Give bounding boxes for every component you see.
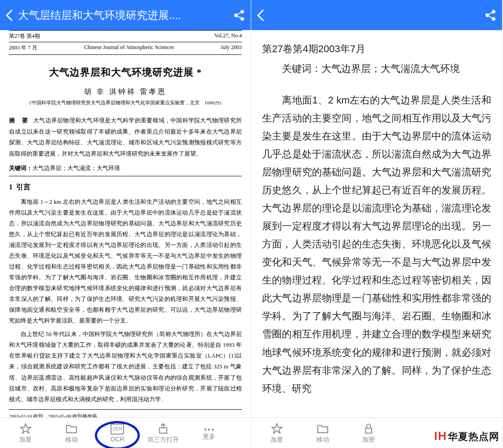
svg-line-4 bbox=[237, 16, 241, 18]
text-keywords: 关键词：大气边界层；大气湍流大气环境 bbox=[262, 60, 491, 78]
paper-footnotes: 2003-02-10 收到，2003-05-08 收到修改稿 * 国家自然科学基… bbox=[9, 409, 242, 417]
svg-line-15 bbox=[488, 16, 493, 18]
paper-date: 2003 年 7 月 bbox=[9, 44, 37, 52]
ocr-button[interactable]: OCR OCR bbox=[94, 424, 140, 443]
section-heading: 1 引言 bbox=[9, 183, 242, 192]
paper-authors: 胡 非 洪钟祥 雷孝恩 bbox=[9, 87, 242, 97]
svg-line-3 bbox=[237, 12, 241, 15]
move-button[interactable]: 移动 bbox=[300, 422, 346, 444]
lock-button[interactable]: 加密 bbox=[346, 422, 392, 444]
watermark: IH华夏热点网 bbox=[434, 429, 499, 444]
share-icon[interactable] bbox=[484, 9, 497, 22]
back-icon[interactable] bbox=[5, 9, 13, 22]
back-icon[interactable] bbox=[257, 9, 265, 22]
abstract-label: 摘 要 bbox=[9, 117, 31, 124]
svg-marker-16 bbox=[272, 424, 282, 433]
svg-line-14 bbox=[488, 12, 493, 15]
paper-affiliation: （中国科学院大气物理研究所大气边界层物理和大气化学国家重点实验室，北京 1000… bbox=[9, 99, 242, 106]
paper-journal: Chinese Journal of Atmospheric Sciences bbox=[84, 44, 174, 52]
more-label: 更多 bbox=[203, 433, 215, 441]
header-bar: 大气层结层和大气环境研究进展.... bbox=[0, 0, 251, 30]
bottom-toolbar: 加星 移动 OCR OCR 第三方打开 更多 bbox=[0, 417, 251, 448]
svg-point-10 bbox=[212, 428, 214, 430]
body-paragraph-1: 离地面 1～2 km 左右的大气边界层是人类生活和生产活动的主要空间，地气之间相… bbox=[9, 197, 242, 327]
paper-date-r: July 2003 bbox=[221, 44, 242, 52]
open-with-button[interactable]: 第三方打开 bbox=[140, 422, 186, 444]
svg-rect-17 bbox=[365, 428, 372, 433]
header-bar bbox=[251, 0, 502, 30]
svg-point-8 bbox=[205, 428, 206, 430]
footnote-1: 2003-02-10 收到，2003-05-08 收到修改稿 bbox=[9, 412, 242, 417]
text-view[interactable]: 第27卷第4期2003年7月 关键词：大气边界层；大气湍流大气环境 离地面1、2… bbox=[251, 30, 502, 417]
abstract-text: 大气边界层物理和大气环境是大气科学的重要领域，中国科学院大气物理研究所自成立以来… bbox=[9, 117, 242, 157]
keywords-label: 关键词： bbox=[9, 165, 32, 171]
star-label: 加星 bbox=[271, 436, 283, 444]
star-button[interactable]: 加星 bbox=[3, 422, 49, 444]
page-title: 大气层结层和大气环境研究进展.... bbox=[18, 8, 228, 22]
paper-vol: 第27卷 第4期 bbox=[9, 32, 40, 40]
paper-keywords: 关键词：大气边界层；大气湍流；大气环境 bbox=[9, 164, 242, 176]
left-phone: 大气层结层和大气环境研究进展.... 第27卷 第4期 Vol.27, No.4… bbox=[0, 0, 251, 448]
star-button[interactable]: 加星 bbox=[254, 422, 300, 444]
paper-title: 大气边界层和大气环境研究进展 * bbox=[9, 66, 242, 79]
body-paragraph-2: 自上世纪 50 年代以来，中国科学院大气物理研究所（简称大气物理所）在大气边界层… bbox=[9, 329, 242, 404]
paper-vol-r: Vol.27, No.4 bbox=[214, 32, 242, 40]
ocr-icon: OCR bbox=[111, 424, 124, 435]
keywords-text: 大气边界层；大气湍流；大气环境 bbox=[32, 165, 120, 171]
text-header: 第27卷第4期2003年7月 bbox=[262, 40, 491, 58]
move-label: 移动 bbox=[316, 436, 329, 444]
lock-label: 加密 bbox=[362, 436, 375, 444]
share-icon[interactable] bbox=[233, 9, 245, 22]
svg-point-9 bbox=[208, 428, 210, 430]
move-button[interactable]: 移动 bbox=[49, 422, 94, 444]
text-body: 离地面1、2 km左右的大气边界层是人类生活和生产活动的主要空间，地气之间相互作… bbox=[262, 91, 491, 398]
right-phone: 第27卷第4期2003年7月 关键词：大气边界层；大气湍流大气环境 离地面1、2… bbox=[251, 0, 503, 448]
move-label: 移动 bbox=[65, 436, 78, 444]
paper-abstract: 摘 要大气边界层物理和大气环境是大气科学的重要领域，中国科学院大气物理研究所自成… bbox=[9, 115, 242, 160]
watermark-text: 华夏热点网 bbox=[448, 431, 499, 442]
svg-marker-5 bbox=[21, 424, 31, 433]
ocr-label: OCR bbox=[110, 435, 124, 443]
more-button[interactable]: 更多 bbox=[186, 426, 232, 441]
watermark-logo: IH bbox=[434, 429, 447, 443]
document-view[interactable]: 第27卷 第4期 Vol.27, No.4 2003 年 7 月 Chinese… bbox=[0, 30, 251, 417]
open-label: 第三方打开 bbox=[147, 436, 179, 444]
star-label: 加星 bbox=[19, 436, 32, 444]
